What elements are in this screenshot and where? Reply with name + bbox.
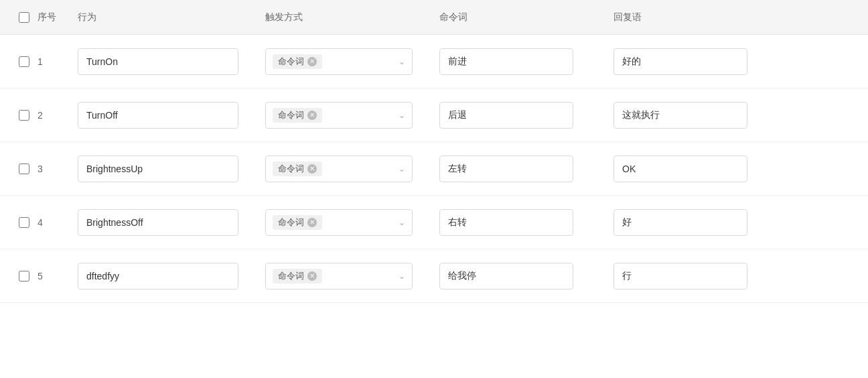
trigger-tag-close-5[interactable]: ✕ <box>307 271 317 281</box>
row-trigger-4: 命令词 ✕ ⌄ <box>265 209 439 236</box>
header-command: 命令词 <box>439 11 613 23</box>
table-row: 1 TurnOn 命令词 ✕ ⌄ 前进 好的 <box>0 35 868 88</box>
table-row: 3 BrightnessUp 命令词 ✕ ⌄ 左转 OK <box>0 142 868 196</box>
trigger-tag-label-1: 命令词 <box>278 56 304 68</box>
select-arrow-4: ⌄ <box>399 218 405 227</box>
header-behavior: 行为 <box>78 11 265 23</box>
row-index-2: 2 <box>38 110 78 121</box>
behavior-input-4[interactable]: BrightnessOff <box>78 209 238 236</box>
trigger-tag-close-3[interactable]: ✕ <box>307 164 317 174</box>
select-arrow-1: ⌄ <box>399 57 405 66</box>
row-reply-4: 好 <box>613 209 857 236</box>
reply-input-5[interactable]: 行 <box>613 263 747 290</box>
trigger-tag-4: 命令词 ✕ <box>273 215 322 230</box>
row-index-4: 4 <box>38 217 78 228</box>
row-behavior-1: TurnOn <box>78 48 265 75</box>
row-index-1: 1 <box>38 56 78 67</box>
row-command-1: 前进 <box>439 48 613 75</box>
row-behavior-3: BrightnessUp <box>78 155 265 182</box>
row-trigger-1: 命令词 ✕ ⌄ <box>265 48 439 75</box>
header-trigger: 触发方式 <box>265 11 439 23</box>
reply-input-2[interactable]: 这就执行 <box>613 102 747 129</box>
behavior-input-3[interactable]: BrightnessUp <box>78 155 238 182</box>
main-table: 序号 行为 触发方式 命令词 回复语 1 TurnOn 命令词 ✕ ⌄ <box>0 0 868 378</box>
row-trigger-2: 命令词 ✕ ⌄ <box>265 102 439 129</box>
command-input-3[interactable]: 左转 <box>439 155 573 182</box>
row-checkbox-cell[interactable] <box>11 271 38 281</box>
header-checkbox-cell[interactable] <box>11 12 38 23</box>
trigger-tag-3: 命令词 ✕ <box>273 162 322 176</box>
row-behavior-4: BrightnessOff <box>78 209 265 236</box>
table-row: 2 TurnOff 命令词 ✕ ⌄ 后退 这就执行 <box>0 88 868 142</box>
select-arrow-2: ⌄ <box>399 111 405 120</box>
select-arrow-3: ⌄ <box>399 164 405 174</box>
row-checkbox-1[interactable] <box>19 56 29 67</box>
row-command-5: 给我停 <box>439 263 613 290</box>
command-input-2[interactable]: 后退 <box>439 102 573 129</box>
command-input-1[interactable]: 前进 <box>439 48 573 75</box>
behavior-input-1[interactable]: TurnOn <box>78 48 238 75</box>
reply-input-1[interactable]: 好的 <box>613 48 747 75</box>
row-reply-1: 好的 <box>613 48 857 75</box>
row-checkbox-5[interactable] <box>19 271 29 281</box>
row-command-2: 后退 <box>439 102 613 129</box>
row-reply-5: 行 <box>613 263 857 290</box>
row-checkbox-2[interactable] <box>19 110 29 121</box>
trigger-select-4[interactable]: 命令词 ✕ ⌄ <box>265 209 413 236</box>
row-behavior-5: dftedfyy <box>78 263 265 290</box>
trigger-tag-close-4[interactable]: ✕ <box>307 218 317 227</box>
trigger-tag-close-2[interactable]: ✕ <box>307 111 317 120</box>
row-checkbox-cell[interactable] <box>11 164 38 174</box>
trigger-tag-1: 命令词 ✕ <box>273 54 322 69</box>
row-behavior-2: TurnOff <box>78 102 265 129</box>
row-reply-2: 这就执行 <box>613 102 857 129</box>
command-input-4[interactable]: 右转 <box>439 209 573 236</box>
trigger-tag-label-3: 命令词 <box>278 163 304 175</box>
table-row: 5 dftedfyy 命令词 ✕ ⌄ 给我停 行 <box>0 249 868 303</box>
table-body: 1 TurnOn 命令词 ✕ ⌄ 前进 好的 <box>0 35 868 303</box>
row-index-5: 5 <box>38 271 78 281</box>
trigger-tag-label-4: 命令词 <box>278 216 304 229</box>
row-trigger-5: 命令词 ✕ ⌄ <box>265 263 439 290</box>
header-reply: 回复语 <box>613 11 857 23</box>
row-checkbox-cell[interactable] <box>11 110 38 121</box>
trigger-tag-close-1[interactable]: ✕ <box>307 57 317 66</box>
row-checkbox-cell[interactable] <box>11 217 38 228</box>
header-index: 序号 <box>38 11 78 23</box>
row-reply-3: OK <box>613 155 857 182</box>
trigger-tag-label-2: 命令词 <box>278 109 304 121</box>
behavior-input-2[interactable]: TurnOff <box>78 102 238 129</box>
command-input-5[interactable]: 给我停 <box>439 263 573 290</box>
row-index-3: 3 <box>38 164 78 174</box>
trigger-select-2[interactable]: 命令词 ✕ ⌄ <box>265 102 413 129</box>
trigger-select-3[interactable]: 命令词 ✕ ⌄ <box>265 155 413 182</box>
table-row: 4 BrightnessOff 命令词 ✕ ⌄ 右转 好 <box>0 196 868 249</box>
trigger-select-1[interactable]: 命令词 ✕ ⌄ <box>265 48 413 75</box>
row-checkbox-cell[interactable] <box>11 56 38 67</box>
trigger-tag-5: 命令词 ✕ <box>273 269 322 284</box>
trigger-tag-2: 命令词 ✕ <box>273 108 322 123</box>
row-trigger-3: 命令词 ✕ ⌄ <box>265 155 439 182</box>
trigger-tag-label-5: 命令词 <box>278 270 304 282</box>
table-header: 序号 行为 触发方式 命令词 回复语 <box>0 0 868 35</box>
select-all-checkbox[interactable] <box>19 12 29 23</box>
row-checkbox-4[interactable] <box>19 217 29 228</box>
row-command-4: 右转 <box>439 209 613 236</box>
trigger-select-5[interactable]: 命令词 ✕ ⌄ <box>265 263 413 290</box>
reply-input-4[interactable]: 好 <box>613 209 747 236</box>
select-arrow-5: ⌄ <box>399 271 405 281</box>
behavior-input-5[interactable]: dftedfyy <box>78 263 238 290</box>
row-checkbox-3[interactable] <box>19 164 29 174</box>
reply-input-3[interactable]: OK <box>613 155 747 182</box>
row-command-3: 左转 <box>439 155 613 182</box>
